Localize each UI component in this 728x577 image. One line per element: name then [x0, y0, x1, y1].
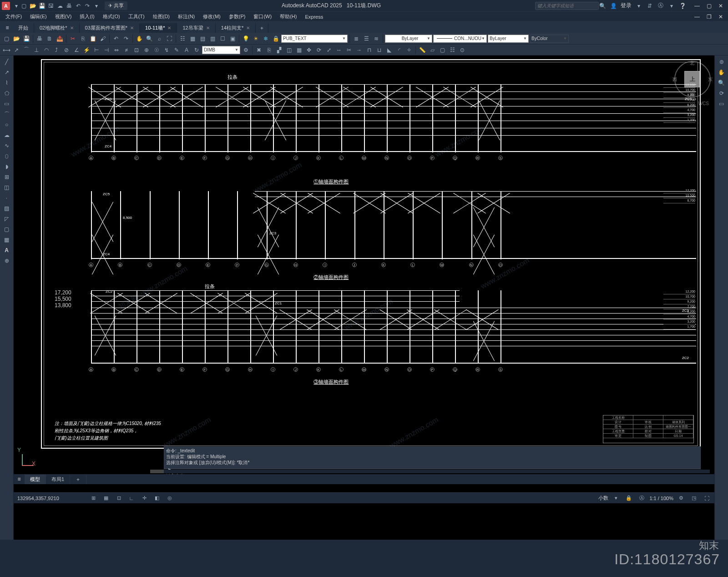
exchange-icon[interactable]: ⇵ [646, 2, 653, 10]
file-tab-1[interactable]: 02地脚螺栓*✕ [34, 23, 80, 33]
m-explode-icon[interactable]: ✧ [404, 46, 414, 55]
m-stretch-icon[interactable]: ↔ [334, 46, 344, 55]
linetype-combo[interactable]: CON...NUOU▼ [433, 35, 487, 43]
status-coords[interactable]: 132954,3357,9210 [17, 496, 86, 501]
snap-icon[interactable]: ⊡ [114, 494, 124, 502]
freeze-icon[interactable]: ❄ [261, 34, 270, 43]
autodesk-app-icon[interactable]: Ⓐ [657, 2, 664, 10]
region2-icon[interactable]: ▢ [2, 225, 11, 234]
sun-icon[interactable]: ☀ [251, 34, 260, 43]
status-scale[interactable]: 1:1 / 100% [649, 496, 673, 501]
login-arrow-icon[interactable]: ▾ [635, 2, 642, 10]
new-icon[interactable]: ▢ [20, 2, 27, 10]
dimbreak-icon[interactable]: ≠ [122, 46, 131, 55]
tolerance-icon[interactable]: ⊡ [132, 46, 141, 55]
color-combo[interactable]: ByLayer▼ [385, 35, 432, 43]
polygon-icon[interactable]: ⬠ [2, 89, 11, 98]
id-icon[interactable]: ⊙ [458, 46, 467, 55]
iso-icon[interactable]: ◧ [152, 494, 162, 502]
app-menu-arrow[interactable]: ▾ [13, 2, 20, 10]
user-icon[interactable]: 👤 [610, 2, 617, 10]
inspect-icon[interactable]: ☉ [152, 46, 161, 55]
nav-show-icon[interactable]: ▭ [717, 99, 726, 108]
ann-units[interactable]: 小数 [598, 495, 608, 501]
dimted-icon[interactable]: A [182, 46, 191, 55]
grid-icon[interactable]: ▦ [101, 494, 111, 502]
menu-tools[interactable]: 工具(T) [125, 12, 148, 21]
dimspace-icon[interactable]: ⇔ [112, 46, 121, 55]
hatch-icon[interactable]: ▨ [2, 204, 11, 213]
menu-draw[interactable]: 绘图(D) [149, 12, 173, 21]
menu-dim[interactable]: 标注(N) [174, 12, 198, 21]
menu-help[interactable]: 帮助(H) [276, 12, 300, 21]
doc-close-button[interactable]: ✕ [715, 12, 726, 21]
dimjog-icon[interactable]: ⤴ [52, 46, 61, 55]
gradient-icon[interactable]: ◸ [2, 214, 11, 223]
osnap-icon[interactable]: ◎ [165, 494, 175, 502]
pline-icon[interactable]: ⌇ [2, 78, 11, 87]
doc-minimize-button[interactable]: — [692, 12, 703, 21]
plotstyle-combo[interactable]: ByColor▼ [530, 35, 569, 43]
file-tab-3[interactable]: 10-11墙*✕ [140, 23, 177, 33]
dimstyle-combo[interactable]: DIMB▼ [202, 46, 240, 54]
close-button[interactable]: ✕ [715, 1, 726, 10]
area-icon[interactable]: ▱ [428, 46, 437, 55]
m-fillet-icon[interactable]: ◜ [394, 46, 404, 55]
tab-layout1[interactable]: 布局1 [46, 475, 70, 484]
dimang-icon[interactable]: ∠ [72, 46, 81, 55]
quick-nav-icon[interactable]: ≡ [2, 23, 13, 33]
zoomw-icon[interactable]: ⌕ [155, 34, 164, 43]
ellarc-icon[interactable]: ◗ [2, 162, 11, 171]
zoome-icon[interactable]: ⛶ [165, 34, 174, 43]
viewcube-east[interactable]: 东 [708, 76, 713, 83]
copy-icon[interactable]: ⎘ [78, 34, 87, 43]
qat-arrow-icon[interactable]: ▾ [93, 2, 100, 10]
menu-modify[interactable]: 修改(M) [199, 12, 224, 21]
layer-combo[interactable]: PUB_TEXT▼ [281, 35, 348, 43]
ortho-icon[interactable]: ∟ [126, 494, 136, 502]
preview-icon[interactable]: 🗎 [45, 34, 54, 43]
menu-view[interactable]: 视图(V) [51, 12, 76, 21]
polar-icon[interactable]: ✛ [139, 494, 149, 502]
layermatch-icon[interactable]: ≋ [372, 34, 381, 43]
qnew-icon[interactable]: ▢ [2, 34, 11, 43]
dimrad-icon[interactable]: ◠ [42, 46, 51, 55]
block-icon[interactable]: ◫ [2, 183, 11, 192]
cleanscreen-icon[interactable]: ⛶ [702, 494, 712, 502]
tp-icon[interactable]: ▤ [198, 34, 207, 43]
ellipse-icon[interactable]: ⬯ [2, 152, 11, 161]
nav-full-icon[interactable]: ⊚ [717, 57, 726, 66]
m-trim-icon[interactable]: ✂ [344, 46, 354, 55]
menu-window[interactable]: 窗口(W) [250, 12, 275, 21]
help-icon[interactable]: ❔ [679, 2, 686, 10]
nav-orbit-icon[interactable]: ⟳ [717, 89, 726, 98]
file-tab-5[interactable]: 14柱间支*✕ [216, 23, 256, 33]
dimarc-icon[interactable]: ⌒ [22, 46, 31, 55]
tab-model[interactable]: 模型 [25, 475, 46, 484]
model-button[interactable]: ⊞ [88, 494, 98, 502]
properties-icon[interactable]: ☷ [178, 34, 187, 43]
file-tab-2[interactable]: 03屋面构件布置图*✕ [80, 23, 140, 33]
iso-ws-icon[interactable]: ◳ [689, 494, 699, 502]
ssm-icon[interactable]: ▥ [208, 34, 217, 43]
rect-icon[interactable]: ▭ [2, 99, 11, 108]
line-icon[interactable]: ╱ [2, 57, 11, 66]
drawing-canvas[interactable]: www.znzmo.com www.znzmo.com www.znzmo.co… [14, 56, 728, 540]
dimbase-icon[interactable]: ⊢ [92, 46, 101, 55]
publish-icon[interactable]: 📤 [55, 34, 64, 43]
region-icon[interactable]: ▢ [438, 46, 447, 55]
insert-icon[interactable]: ⊞ [2, 172, 11, 182]
share-button[interactable]: ✈ 共享 [105, 1, 127, 10]
match-icon[interactable]: 🖌 [98, 34, 107, 43]
zoom-icon[interactable]: 🔍 [145, 34, 154, 43]
layout-menu-icon[interactable]: ≡ [14, 474, 25, 484]
open-icon[interactable]: 📂 [29, 2, 36, 10]
m-offset-icon[interactable]: ◫ [284, 46, 293, 55]
qcalc-icon[interactable]: ▣ [228, 34, 237, 43]
dist-icon[interactable]: 📏 [418, 46, 427, 55]
m-erase-icon[interactable]: ✖ [254, 46, 263, 55]
maximize-button[interactable]: ▢ [703, 1, 714, 10]
login-button[interactable]: 登录 [621, 2, 632, 10]
dimali-icon[interactable]: ↗ [12, 46, 21, 55]
center-icon[interactable]: ⊕ [142, 46, 151, 55]
